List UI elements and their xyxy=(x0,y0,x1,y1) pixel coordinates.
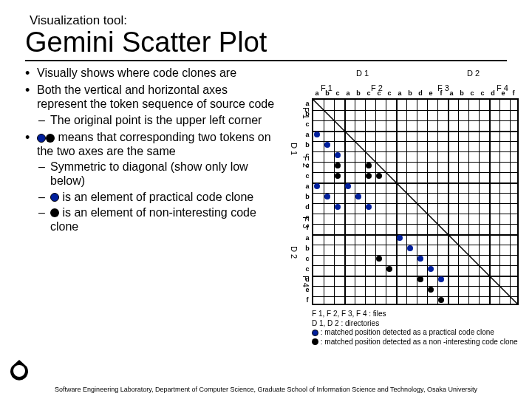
dot-blue-icon xyxy=(312,330,318,336)
col-letters: abcabcccabdefabccdef xyxy=(312,89,519,100)
point-non-interesting xyxy=(376,256,382,262)
point-practical xyxy=(314,183,320,189)
legend-non-text: : matched position detected as a non -in… xyxy=(318,338,518,346)
title-rule xyxy=(25,60,507,61)
point-non-interesting xyxy=(428,287,434,293)
bullet-1: Visually shows where code clones are xyxy=(25,66,276,80)
point-non-interesting xyxy=(366,173,372,179)
point-practical xyxy=(324,194,330,200)
point-practical xyxy=(366,204,372,210)
legend-practical-text: : matched position detected as a practic… xyxy=(318,328,494,336)
point-practical xyxy=(397,235,403,241)
point-practical xyxy=(438,276,444,282)
point-practical xyxy=(428,266,434,272)
top-d2: D 2 xyxy=(467,69,480,78)
bullet-3-text: means that corresponding two tokens on t… xyxy=(37,131,271,157)
point-non-interesting xyxy=(335,163,341,168)
point-non-interesting xyxy=(335,173,341,179)
dot-blue-icon xyxy=(50,193,59,202)
bullet-3: means that corresponding two tokens on t… xyxy=(25,130,276,233)
legend-dirs: D 1, D 2 : directories xyxy=(312,319,526,329)
bullet-list: Visually shows where code clones are Bot… xyxy=(25,66,276,236)
bullet-2-text: Both the vertical and horizontal axes re… xyxy=(37,83,274,110)
point-practical xyxy=(335,204,341,210)
scatter-plot: D 1 D 2 F 1 F 2 F 3 F 4 D 1 D 2 F 1 F 2 … xyxy=(290,69,523,305)
pre-title: Visualization tool: xyxy=(30,13,507,28)
point-practical xyxy=(324,142,330,148)
bullet-3-3-text: is an element of non-interesting code cl… xyxy=(50,206,256,233)
point-non-interesting xyxy=(386,266,392,272)
point-practical xyxy=(345,183,351,189)
dot-black-icon xyxy=(312,338,318,345)
bullet-2: Both the vertical and horizontal axes re… xyxy=(25,83,276,127)
chart-legend: F 1, F 2, F 3, F 4 : files D 1, D 2 : di… xyxy=(312,310,526,347)
point-practical xyxy=(335,152,341,158)
point-practical xyxy=(417,256,423,262)
point-non-interesting xyxy=(376,173,382,179)
left-d2: D 2 xyxy=(290,246,299,259)
bullet-3-2: is an element of practical code clone xyxy=(37,190,276,204)
legend-practical: : matched position detected as a practic… xyxy=(312,328,526,338)
dot-black-icon xyxy=(50,208,59,217)
bullet-3-2-text: is an element of practical code clone xyxy=(59,191,253,203)
bullet-3-1: Symmetric to diagonal (show only low bel… xyxy=(37,160,276,188)
point-practical xyxy=(314,132,320,137)
row-letters: abcabcccabdefabccdef xyxy=(302,98,313,305)
osaka-logo-icon xyxy=(7,358,31,384)
left-d1: D 1 xyxy=(290,143,299,155)
page-title: Gemini Scatter Plot xyxy=(25,27,507,58)
point-non-interesting xyxy=(417,276,423,282)
bullet-2-1: The original point is the upper left cor… xyxy=(37,113,276,127)
legend-non: : matched position detected as a non -in… xyxy=(312,338,526,347)
bullet-3-3: is an element of non-interesting code cl… xyxy=(37,205,276,233)
point-practical xyxy=(407,245,413,251)
footer: Software Engineering Laboratory, Departm… xyxy=(0,386,532,393)
top-d1: D 1 xyxy=(356,69,369,78)
dot-black-icon xyxy=(46,134,55,143)
point-non-interesting xyxy=(438,297,444,303)
svg-point-1 xyxy=(13,365,25,377)
point-non-interesting xyxy=(366,163,372,168)
dot-blue-icon xyxy=(37,134,46,143)
legend-files: F 1, F 2, F 3, F 4 : files xyxy=(312,310,526,319)
point-practical xyxy=(355,194,361,200)
